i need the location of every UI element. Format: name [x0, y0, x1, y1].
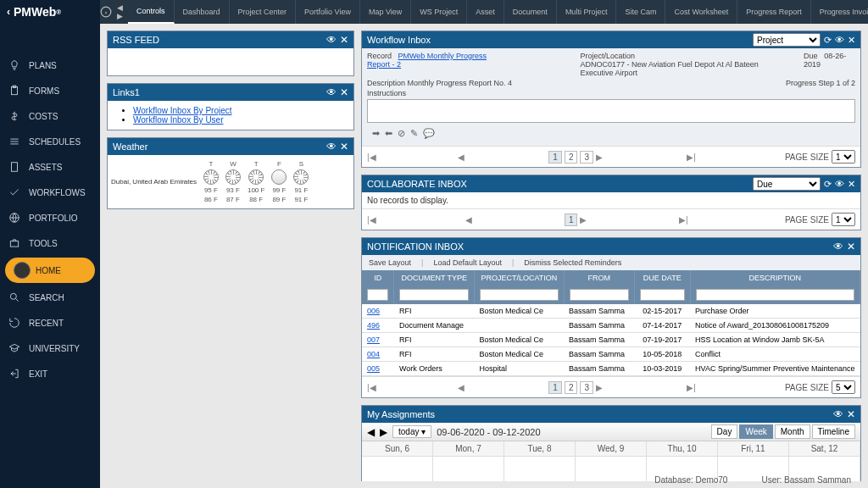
back-icon[interactable]: ⬅: [385, 128, 392, 139]
col-header[interactable]: FROM: [564, 270, 634, 286]
pager-next[interactable]: ▶: [596, 152, 684, 162]
instructions-textarea[interactable]: [367, 99, 855, 123]
sidebar-item-forms[interactable]: FORMS: [0, 78, 100, 103]
page-size-select[interactable]: 1: [832, 213, 855, 226]
hide-icon[interactable]: 👁: [326, 141, 337, 152]
pager-first[interactable]: |◀: [367, 215, 463, 225]
sidebar-item-plans[interactable]: PLANS: [0, 53, 100, 78]
pager-first[interactable]: |◀: [367, 152, 455, 162]
col-filter[interactable]: [367, 289, 388, 301]
col-header[interactable]: ID: [362, 270, 394, 286]
col-filter[interactable]: [570, 289, 629, 301]
sidebar-item-tools[interactable]: TOOLS: [0, 230, 100, 256]
link-item[interactable]: Workflow Inbox By Project: [133, 106, 232, 115]
tab-nav-arrows[interactable]: ◀ ▶: [112, 3, 128, 20]
pager-next[interactable]: ▶: [580, 215, 676, 225]
tab-ws-project[interactable]: WS Project: [411, 0, 467, 24]
tab-progress-invoices[interactable]: Progress Invoices: [811, 0, 868, 24]
cal-day-cell[interactable]: [362, 456, 433, 481]
refresh-icon[interactable]: ⟳: [824, 35, 832, 46]
table-row[interactable]: 005Work OrdersHospitalBassam Samma10-03-…: [362, 362, 860, 376]
sidebar-item-schedules[interactable]: SCHEDULES: [0, 129, 100, 154]
sidebar-item-home[interactable]: HOME: [5, 258, 95, 283]
tab-controls[interactable]: Controls: [128, 0, 175, 24]
tab-site-cam[interactable]: Site Cam: [616, 0, 665, 24]
workflow-selector[interactable]: Project: [753, 33, 821, 47]
pager-prev[interactable]: ◀: [458, 383, 546, 392]
sidebar-item-portfolio[interactable]: PORTFOLIO: [0, 205, 100, 230]
page-2[interactable]: 2: [565, 151, 578, 164]
sidebar-item-assets[interactable]: ASSETS: [0, 154, 100, 180]
cal-day-cell[interactable]: [576, 456, 647, 481]
sidebar-item-exit[interactable]: EXIT: [0, 361, 100, 386]
close-icon[interactable]: ✕: [848, 179, 855, 190]
table-row[interactable]: 004RFIBoston Medical CeBassam Samma10-05…: [362, 347, 860, 362]
page-2[interactable]: 2: [565, 381, 578, 394]
sidebar-item-workflows[interactable]: WORKFLOWS: [0, 180, 100, 205]
pager-last[interactable]: ▶|: [687, 152, 775, 162]
pager-first[interactable]: |◀: [367, 383, 455, 392]
hide-icon[interactable]: 👁: [326, 86, 337, 98]
cancel-icon[interactable]: ⊘: [398, 128, 405, 139]
refresh-icon[interactable]: ⟳: [824, 179, 832, 190]
sidebar-item-search[interactable]: SEARCH: [0, 285, 100, 310]
col-header[interactable]: PROJECT/LOCATION: [475, 270, 564, 286]
page-1[interactable]: 1: [548, 151, 562, 164]
tab-multi-project[interactable]: Multi Project: [557, 0, 617, 24]
cal-next[interactable]: ▶: [380, 426, 387, 438]
cal-day-cell[interactable]: [433, 456, 504, 481]
cal-day-cell[interactable]: [504, 456, 576, 481]
col-filter[interactable]: [640, 289, 685, 301]
collapse-icon[interactable]: ‹: [7, 6, 10, 18]
close-icon[interactable]: ✕: [340, 86, 348, 98]
forward-icon[interactable]: ➡: [372, 128, 380, 139]
hide-icon[interactable]: 👁: [835, 179, 844, 189]
page-3[interactable]: 3: [580, 151, 593, 164]
close-icon[interactable]: ✕: [847, 241, 855, 252]
pager-next[interactable]: ▶: [596, 383, 684, 392]
col-filter[interactable]: [480, 289, 558, 301]
page-size-select[interactable]: 1: [832, 150, 855, 164]
info-icon[interactable]: [100, 0, 112, 24]
col-header[interactable]: DESCRIPTION: [690, 270, 860, 286]
collab-selector[interactable]: Due: [753, 177, 821, 191]
page-3[interactable]: 3: [580, 381, 593, 394]
hide-icon[interactable]: 👁: [833, 241, 843, 252]
pager-last[interactable]: ▶|: [687, 383, 775, 392]
tab-asset[interactable]: Asset: [467, 0, 504, 24]
hide-icon[interactable]: 👁: [833, 408, 843, 420]
edit-icon[interactable]: ✎: [410, 128, 418, 139]
close-icon[interactable]: ✕: [847, 408, 855, 420]
close-icon[interactable]: ✕: [848, 35, 855, 46]
tab-map-view[interactable]: Map View: [360, 0, 411, 24]
tab-cost-worksheet[interactable]: Cost Worksheet: [665, 0, 737, 24]
page-1[interactable]: 1: [548, 381, 562, 394]
page-size-select[interactable]: 5: [832, 380, 855, 394]
sidebar-item-university[interactable]: UNIVERSITY: [0, 336, 100, 361]
notif-tool[interactable]: Dismiss Selected Reminders: [524, 258, 621, 267]
page-1[interactable]: 1: [565, 214, 578, 226]
table-row[interactable]: 006RFIBoston Medical CeBassam Samma02-15…: [362, 304, 860, 319]
col-filter[interactable]: [696, 289, 854, 301]
table-row[interactable]: 496Document ManageBassam Samma07-14-2017…: [362, 319, 860, 333]
view-month[interactable]: Month: [775, 424, 810, 439]
col-filter[interactable]: [399, 289, 469, 301]
notif-tool[interactable]: Save Layout: [369, 258, 411, 267]
link-item[interactable]: Workflow Inbox By User: [133, 115, 224, 125]
pager-prev[interactable]: ◀: [458, 152, 546, 162]
view-day[interactable]: Day: [711, 424, 738, 439]
close-icon[interactable]: ✕: [340, 34, 348, 46]
pager-last[interactable]: ▶|: [679, 215, 775, 225]
tab-document[interactable]: Document: [504, 0, 557, 24]
close-icon[interactable]: ✕: [340, 141, 348, 152]
table-row[interactable]: 007RFIBoston Medical CeBassam Samma07-19…: [362, 333, 860, 347]
pager-prev[interactable]: ◀: [465, 215, 561, 225]
sidebar-item-costs[interactable]: COSTS: [0, 103, 100, 129]
comment-icon[interactable]: 💬: [423, 128, 435, 139]
cal-prev[interactable]: ◀: [367, 426, 375, 438]
today-button[interactable]: today ▾: [392, 425, 431, 438]
hide-icon[interactable]: 👁: [835, 35, 844, 45]
sidebar-item-recent[interactable]: RECENT: [0, 310, 100, 336]
view-timeline[interactable]: Timeline: [812, 424, 855, 439]
tab-progress-report[interactable]: Progress Report: [737, 0, 811, 24]
